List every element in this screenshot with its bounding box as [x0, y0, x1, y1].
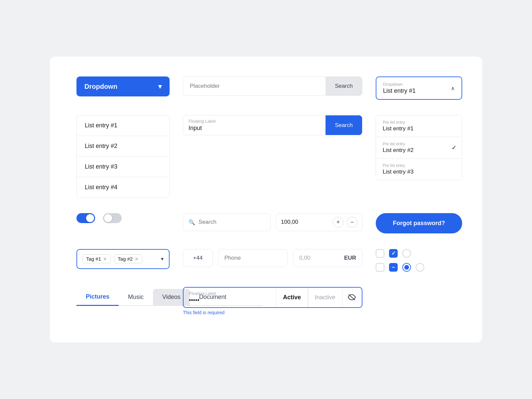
- dropdown-option-3-value: List entry #3: [383, 169, 455, 175]
- checkbox-row-2: −: [376, 263, 462, 272]
- tab-pictures[interactable]: Pictures: [76, 289, 119, 306]
- tag-1: Tag #1 ✕: [82, 254, 111, 263]
- tag-select[interactable]: Tag #1 ✕ Tag #2 ✕ ▾: [76, 249, 170, 269]
- number-decrement-button[interactable]: −: [347, 217, 357, 227]
- toggle-thumb-on: [86, 214, 94, 222]
- list-item[interactable]: List entry #4: [77, 177, 169, 198]
- search-placeholder-input[interactable]: [183, 77, 326, 95]
- tag-1-label: Tag #1: [86, 256, 101, 262]
- dropdown-button[interactable]: Dropdown ▾: [76, 76, 170, 96]
- toggle-on[interactable]: [76, 213, 95, 223]
- eye-icon[interactable]: [342, 288, 362, 307]
- search-number-row: 🔍 100,00 + −: [183, 213, 362, 231]
- floating-label-search-wrap: Floating Label Search: [183, 115, 362, 135]
- password-input[interactable]: [189, 297, 336, 304]
- error-text: This field is required: [183, 310, 362, 315]
- floating-label-input[interactable]: [189, 125, 320, 132]
- floating-label: Floating Label: [189, 119, 216, 124]
- password-floating-label: Floating Label: [189, 291, 216, 296]
- dropdown-chevron-icon: ▾: [158, 82, 162, 90]
- toggle-off[interactable]: [103, 213, 122, 223]
- checkbox-checked-1[interactable]: ✓: [389, 249, 398, 258]
- dropdown-option-2-check-icon: ✓: [452, 144, 457, 151]
- list-item[interactable]: List entry #2: [77, 136, 169, 157]
- checkbox-indeterminate[interactable]: −: [389, 263, 398, 272]
- dropdown-option-3[interactable]: Pre list entry List entry #3: [376, 159, 462, 180]
- list-item[interactable]: List entry #1: [77, 115, 169, 136]
- dropdown-option-2[interactable]: Pre list entry List entry #2 ✓: [376, 137, 462, 159]
- checkbox-unchecked-2[interactable]: [376, 263, 384, 272]
- tab-music[interactable]: Music: [119, 289, 153, 305]
- phone-prefix: +44: [183, 249, 213, 267]
- search-button[interactable]: Search: [326, 77, 362, 95]
- search-bar: Search: [183, 76, 362, 96]
- dropdown-selected-chevron-icon: ∧: [451, 85, 455, 91]
- dropdown-option-list: Pre list entry List entry #1 Pre list en…: [376, 115, 462, 180]
- dropdown-button-label: Dropdown: [84, 83, 117, 90]
- list-item[interactable]: List entry #3: [77, 157, 169, 177]
- checkbox-minus-icon: −: [392, 265, 395, 270]
- search-icon: 🔍: [189, 219, 195, 225]
- radio-unchecked-1[interactable]: [402, 249, 411, 258]
- phone-input-wrap: [218, 249, 288, 267]
- toggle-thumb-off: [104, 214, 112, 222]
- dropdown-option-1-value: List entry #1: [383, 125, 455, 132]
- checkbox-check-icon: ✓: [391, 250, 396, 256]
- dropdown-option-3-pre: Pre list entry: [383, 163, 455, 168]
- dropdown-button-wrap: Dropdown ▾: [76, 76, 170, 96]
- tag-2-close-icon[interactable]: ✕: [135, 256, 139, 262]
- currency-field: 0,00 EUR: [293, 249, 362, 267]
- number-field: 100,00 + −: [276, 213, 362, 231]
- checkbox-row-1: ✓: [376, 249, 462, 258]
- tag-1-close-icon[interactable]: ✕: [103, 256, 107, 262]
- tag-select-chevron-icon: ▾: [161, 256, 164, 262]
- radio-filled[interactable]: [402, 263, 411, 272]
- dropdown-option-2-pre: Pre list entry: [383, 142, 455, 146]
- password-wrap: Floating Label This field is required: [183, 287, 362, 315]
- floating-search-button[interactable]: Search: [326, 115, 362, 135]
- search-icon-input[interactable]: [199, 213, 265, 231]
- checkbox-radio-area: ✓ −: [376, 249, 462, 272]
- password-inner: Floating Label: [184, 288, 342, 307]
- dropdown-list: List entry #1 List entry #2 List entry #…: [76, 115, 170, 198]
- dropdown-selected-value: List entry #1: [383, 87, 455, 94]
- checkbox-unchecked-1[interactable]: [376, 249, 384, 258]
- dropdown-option-2-value: List entry #2: [383, 147, 455, 154]
- number-value: 100,00: [281, 219, 330, 225]
- tag-2-label: Tag #2: [118, 256, 133, 262]
- currency-label: EUR: [344, 255, 356, 261]
- dropdown-selected[interactable]: Dropdown List entry #1 ∧: [376, 76, 462, 100]
- dropdown-option-1-pre: Pre list entry: [383, 120, 455, 125]
- radio-unchecked-2[interactable]: [416, 263, 424, 272]
- number-increment-button[interactable]: +: [333, 217, 343, 227]
- search-icon-input-wrap: 🔍: [183, 213, 271, 231]
- dropdown-selected-label: Dropdown: [383, 82, 455, 87]
- toggle-row: [76, 213, 170, 223]
- tag-2: Tag #2 ✕: [114, 254, 142, 263]
- forgot-password-button[interactable]: Forgot password?: [376, 213, 462, 233]
- currency-value: 0,00: [299, 249, 341, 267]
- forgot-password-wrap: Forgot password?: [376, 213, 462, 233]
- password-field: Floating Label: [183, 287, 362, 308]
- radio-inner-dot: [404, 265, 409, 270]
- phone-input[interactable]: [224, 255, 281, 261]
- dropdown-option-1[interactable]: Pre list entry List entry #1: [376, 115, 462, 137]
- phone-currency-row: +44 0,00 EUR: [183, 249, 362, 267]
- floating-input-container: Floating Label: [183, 115, 326, 135]
